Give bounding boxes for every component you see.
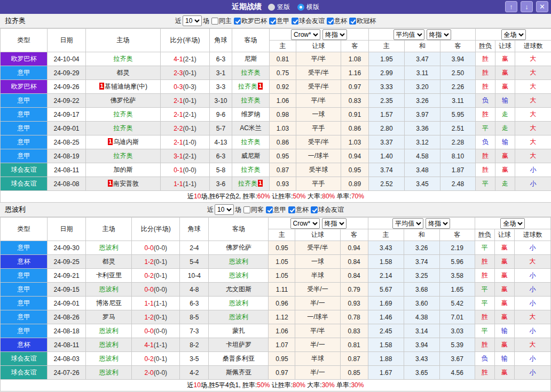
home-team-cell: 拉齐奥: [86, 122, 161, 135]
move-up-button[interactable]: ↑: [505, 1, 517, 12]
col-date: 日期: [48, 29, 86, 52]
summary-segment: 30%: [322, 381, 335, 389]
league-filter-item[interactable]: 意杯: [288, 205, 309, 214]
col-home: 主场: [86, 218, 132, 241]
layout-radio-group: 竖版横版: [268, 3, 319, 12]
red-card-badge: 1: [258, 180, 263, 187]
goals-cell: 小: [515, 163, 551, 177]
empoli-filter-band: 恩波利 近 10 场 同客 意甲意杯球会友谊: [0, 203, 551, 217]
average-select[interactable]: 平均值: [393, 29, 424, 40]
match-type-cell: 球会友谊: [1, 177, 48, 191]
final-odds-select-2[interactable]: 终指: [427, 29, 451, 40]
layout-radio-item[interactable]: 竖版: [268, 3, 290, 12]
goals-cell: 大: [514, 338, 550, 352]
league-filter-item[interactable]: 意杯: [327, 17, 347, 26]
home-odds-cell: 1.05: [269, 269, 295, 283]
red-card-badge: 1: [258, 83, 263, 90]
league-label: 球会友谊: [318, 205, 344, 214]
league-checkbox[interactable]: [292, 18, 298, 25]
league-checkbox[interactable]: [234, 18, 241, 25]
avg-away-odds-cell: 3.58: [439, 269, 475, 283]
league-filter-item[interactable]: 欧罗巴杯: [234, 17, 267, 26]
league-checkbox[interactable]: [288, 206, 295, 213]
home-team-cell: 佛罗伦萨: [86, 94, 161, 108]
handicap-cell: 受平/半: [296, 80, 341, 94]
avg-home-odds-cell: 2.80: [369, 122, 405, 135]
home-team-cell: 恩波利: [86, 324, 132, 338]
scope-select[interactable]: 全场: [501, 29, 526, 40]
radio-icon[interactable]: [268, 4, 275, 11]
home-odds-cell: 1.06: [270, 94, 296, 108]
home-team-cell: 恩波利: [86, 283, 132, 297]
layout-radio-item[interactable]: 横版: [297, 3, 319, 12]
league-checkbox[interactable]: [349, 18, 356, 25]
bookmaker-select[interactable]: Crow*: [291, 29, 320, 40]
league-checkbox[interactable]: [327, 18, 334, 25]
league-checkbox[interactable]: [311, 206, 318, 213]
league-filter-item[interactable]: 意甲: [269, 17, 289, 26]
match-date-cell: 24-09-01: [48, 297, 86, 310]
corner-cell: 5-4: [180, 255, 209, 269]
summary-row: 近10场,胜6平2负2, 胜率:60% 让胜率:50% 大率:80% 单率:70…: [1, 191, 551, 203]
avg-draw-odds-cell: 3.47: [405, 52, 440, 66]
away-team-cell: AC米兰: [232, 122, 270, 135]
col-corner: 角球: [210, 29, 232, 52]
league-filter-item[interactable]: 意甲: [266, 205, 286, 214]
goals-cell: 小: [514, 269, 550, 283]
avg-away-odds-cell: 2.28: [440, 135, 476, 149]
final-odds-select[interactable]: 终指: [322, 218, 347, 229]
average-select[interactable]: 平均值: [392, 218, 423, 229]
league-filter-item[interactable]: 欧冠杯: [349, 17, 376, 26]
radio-icon[interactable]: [297, 4, 304, 11]
same-venue-checkbox[interactable]: [243, 206, 250, 213]
summary-segment: 10: [194, 193, 201, 200]
match-date-cell: 24-09-25: [48, 255, 86, 269]
home-odds-cell: 0.95: [269, 241, 295, 255]
red-card-badge: 1: [99, 83, 104, 90]
result-cell: 胜: [475, 255, 494, 269]
match-type-cell: 欧罗巴杯: [1, 52, 48, 66]
league-filter-item[interactable]: 球会友谊: [292, 17, 325, 26]
close-button[interactable]: ✕: [536, 1, 548, 12]
handicap-cell: 一/球半: [296, 149, 341, 163]
league-filter-item[interactable]: 球会友谊: [311, 205, 344, 214]
final-odds-select[interactable]: 终指: [322, 29, 347, 40]
goals-cell: 小: [514, 366, 550, 380]
corner-cell: 3-1: [210, 66, 232, 80]
match-date-cell: 24-09-29: [48, 66, 86, 80]
radio-label: 横版: [306, 3, 319, 12]
home-odds-cell: 1.05: [269, 255, 295, 269]
result-cell: 平: [476, 122, 495, 135]
away-odds-cell: 0.97: [341, 80, 369, 94]
final-odds-select-2[interactable]: 终指: [426, 218, 450, 229]
match-date-cell: 24-08-11: [48, 163, 86, 177]
recent-count-select[interactable]: 10: [183, 15, 202, 26]
avg-home-odds-cell: 2.45: [368, 324, 404, 338]
league-checkbox[interactable]: [266, 206, 273, 213]
match-type-cell: 意甲: [1, 149, 48, 163]
corner-cell: 7-3: [180, 324, 209, 338]
home-team-cell: 1南安普敦: [86, 177, 161, 191]
handicap-result-cell: 走: [495, 122, 515, 135]
away-odds-cell: 0.91: [341, 108, 369, 122]
recent-count-select[interactable]: 10: [215, 204, 234, 215]
handicap-result-cell: 赢: [494, 255, 514, 269]
same-venue-checkbox[interactable]: [211, 18, 218, 25]
lazio-results-table: 类型 日期 主场 比分(半场) 角球 客场 Crow*终指 平均值终指 全场 主…: [0, 28, 551, 203]
col-handicap-away: 客: [341, 41, 369, 52]
match-date-cell: 24-09-30: [48, 241, 86, 255]
scope-select[interactable]: 全场: [500, 218, 525, 229]
home-team-cell: 1乌迪内斯: [86, 135, 161, 149]
home-odds-cell: 0.87: [270, 163, 296, 177]
avg-draw-odds-cell: 3.45: [405, 177, 440, 191]
match-type-cell: 意甲: [1, 94, 48, 108]
same-venue-filter[interactable]: 同客: [243, 205, 264, 214]
goals-cell: 小: [514, 283, 550, 297]
league-checkbox[interactable]: [269, 18, 276, 25]
bookmaker-select[interactable]: Crow*: [290, 218, 320, 229]
away-team-cell: 桑普多利亚: [209, 352, 269, 366]
avg-draw-odds-cell: 3.25: [404, 269, 439, 283]
handicap-result-cell: 输: [495, 135, 515, 149]
move-down-button[interactable]: ↓: [521, 1, 533, 12]
same-venue-filter[interactable]: 同主: [211, 17, 232, 26]
